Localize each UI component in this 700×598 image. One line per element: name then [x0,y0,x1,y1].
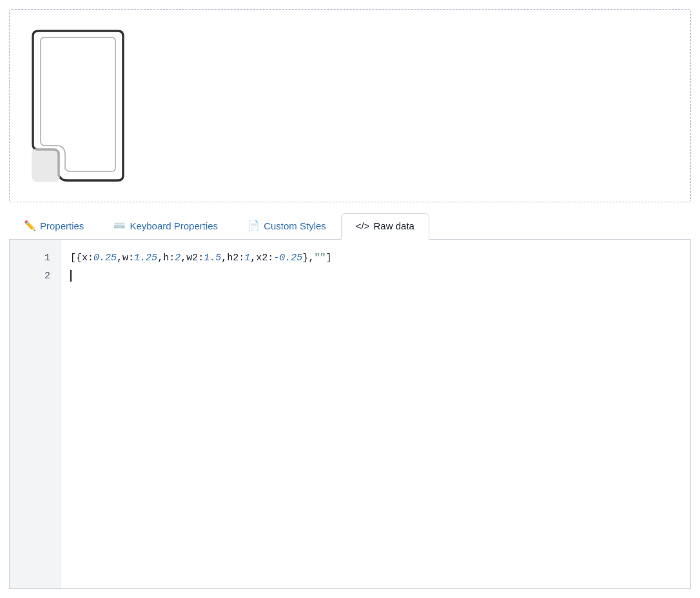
token-key-h2: h2 [227,253,238,264]
token-colon-2: : [128,253,134,264]
custom-styles-icon: 📄 [248,220,260,231]
token-close-bracket: ] [326,253,331,264]
token-comma-4: , [221,253,227,264]
token-comma-1: , [117,253,122,264]
token-key-h: h [163,253,169,264]
token-val-x2: -0.25 [273,253,302,264]
line-numbers: 1 2 [10,240,61,588]
tab-properties-label: Properties [40,220,84,231]
token-val-h2: 1 [244,253,250,264]
raw-data-icon: </> [356,220,370,231]
svg-rect-0 [32,148,60,182]
tab-properties[interactable]: ✏️ Properties [9,213,99,239]
token-comma-5: , [250,253,256,264]
line-number-2: 2 [10,267,61,285]
tabs-bar: ✏️ Properties ⌨️ Keyboard Properties 📄 C… [9,213,691,240]
token-colon-6: : [267,253,273,264]
token-key-w: w [122,253,128,264]
code-line-1: [{x:0.25,w:1.25,h:2,w2:1.5,h2:1,x2:-0.25… [70,249,690,267]
token-open-bracket: [{ [70,253,82,264]
main-container: ✏️ Properties ⌨️ Keyboard Properties 📄 C… [0,0,700,598]
token-key-x: x [82,253,88,264]
token-val-w2: 1.5 [204,253,221,264]
tab-custom-styles-label: Custom Styles [264,220,326,231]
tab-keyboard-properties-label: Keyboard Properties [130,220,218,231]
token-key-x2: x2 [256,253,267,264]
code-line-2 [70,267,690,285]
token-colon-4: : [198,253,204,264]
line-number-1: 1 [10,249,61,267]
keyboard-icon: ⌨️ [113,220,126,231]
token-val-h: 2 [175,253,180,264]
code-content[interactable]: [{x:0.25,w:1.25,h:2,w2:1.5,h2:1,x2:-0.25… [61,240,690,588]
tab-raw-data-label: Raw data [374,220,414,231]
token-comma-2: , [157,253,163,264]
shape-preview [20,28,136,183]
token-empty-string: "" [314,253,326,264]
text-cursor [70,270,72,282]
token-val-w: 1.25 [134,253,157,264]
token-colon-1: : [88,253,93,264]
properties-icon: ✏️ [24,220,36,231]
token-colon-5: : [238,253,244,264]
preview-area [9,9,691,202]
editor-area[interactable]: 1 2 [{x:0.25,w:1.25,h:2,w2:1.5,h2:1,x2:-… [9,240,691,589]
tab-keyboard-properties[interactable]: ⌨️ Keyboard Properties [99,213,233,239]
token-close-brace: }, [302,253,314,264]
token-val-x: 0.25 [93,253,117,264]
token-comma-3: , [180,253,186,264]
token-colon-3: : [169,253,175,264]
token-key-w2: w2 [186,253,198,264]
tab-custom-styles[interactable]: 📄 Custom Styles [233,213,341,239]
tab-raw-data[interactable]: </> Raw data [341,213,429,240]
